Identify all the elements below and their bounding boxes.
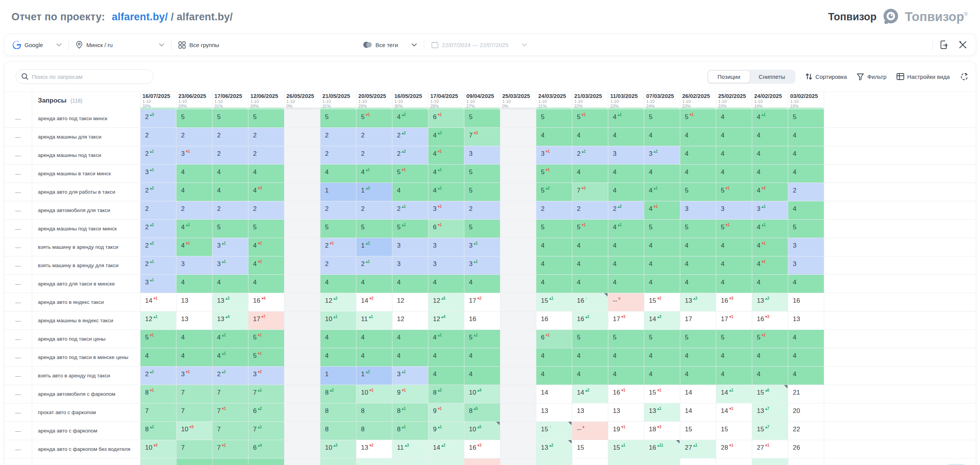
position-cell[interactable]: 5▾1	[572, 220, 608, 238]
position-cell[interactable]: 4	[608, 256, 644, 274]
position-cell[interactable]: 4	[572, 128, 608, 146]
position-cell[interactable]: 8	[320, 403, 356, 421]
position-cell[interactable]: 1	[320, 183, 356, 201]
position-cell[interactable]: 5	[176, 109, 212, 127]
position-cell[interactable]: 13▾2	[356, 440, 392, 458]
position-cell[interactable]: 3▴1	[464, 238, 500, 256]
position-cell[interactable]: 13	[788, 312, 824, 330]
position-cell[interactable]: 3	[788, 238, 824, 256]
position-cell[interactable]: 2	[356, 201, 392, 219]
position-cell[interactable]: 5	[464, 183, 500, 201]
position-cell[interactable]: 5▾1	[248, 330, 284, 348]
project-link[interactable]: alfarent.by/	[112, 11, 168, 23]
position-cell[interactable]: 5	[788, 109, 824, 127]
position-cell[interactable]: 4▾2	[248, 256, 284, 274]
date-column-header[interactable]: 24/02/20251-1019%	[752, 92, 788, 109]
position-cell[interactable]: 4	[716, 165, 752, 183]
position-cell[interactable]: 16▾3	[464, 440, 500, 458]
position-cell[interactable]: 4▾1	[752, 238, 788, 256]
position-cell[interactable]: 6▾1	[428, 220, 464, 238]
position-cell[interactable]: 2	[140, 128, 176, 146]
query-cell[interactable]: аренда машины в яндекс такси	[32, 312, 140, 330]
date-column-header[interactable]: 09/04/20251-1027%	[464, 92, 500, 109]
position-cell[interactable]: 5	[464, 220, 500, 238]
position-cell[interactable]: 5▾1	[248, 348, 284, 366]
position-cell[interactable]: 5	[644, 330, 680, 348]
position-cell[interactable]: 14▴2	[428, 440, 464, 458]
position-cell[interactable]: 4	[788, 201, 824, 219]
position-cell[interactable]: 4▴1	[644, 183, 680, 201]
position-cell[interactable]: 14	[536, 385, 572, 403]
position-cell[interactable]: 4	[608, 128, 644, 146]
position-cell[interactable]: 4	[788, 128, 824, 146]
position-cell[interactable]: 8▴2	[428, 385, 464, 403]
position-cell[interactable]: 2	[140, 201, 176, 219]
position-cell[interactable]: 3▴1	[644, 146, 680, 164]
position-cell[interactable]: 14▴3	[644, 312, 680, 330]
position-cell[interactable]: 5	[644, 109, 680, 127]
note-corner-marker[interactable]	[496, 422, 500, 425]
position-cell[interactable]: 3▾2	[248, 367, 284, 385]
position-cell[interactable]: 7▾3	[464, 128, 500, 146]
position-cell[interactable]: 13▴3	[752, 293, 788, 311]
position-cell[interactable]: 16↑	[572, 293, 608, 311]
position-cell[interactable]: 8▾1	[140, 385, 176, 403]
position-cell[interactable]: 4	[680, 128, 716, 146]
position-cell[interactable]: 2▴1	[140, 256, 176, 274]
row-handle-cell[interactable]: —	[4, 440, 32, 458]
position-cell[interactable]: 4▾3	[248, 183, 284, 201]
note-corner-marker[interactable]	[568, 440, 572, 444]
row-handle-cell[interactable]: —	[4, 128, 32, 146]
row-handle-cell[interactable]: —	[4, 385, 32, 403]
position-cell[interactable]: 5	[788, 220, 824, 238]
position-cell[interactable]: 12▴1	[140, 312, 176, 330]
position-cell[interactable]: 13▴7	[752, 403, 788, 421]
row-handle-cell[interactable]: —	[4, 165, 32, 183]
position-cell[interactable]: 9▾1	[428, 403, 464, 421]
date-column-header[interactable]: 11/03/20251-1023%	[608, 92, 644, 109]
position-cell[interactable]: 4	[680, 367, 716, 385]
position-cell[interactable]: 17▾3	[608, 312, 644, 330]
position-cell[interactable]: 5	[320, 109, 356, 127]
position-cell[interactable]: 4	[716, 256, 752, 274]
position-cell[interactable]: 4	[536, 128, 572, 146]
position-cell[interactable]: 14	[680, 403, 716, 421]
search-input[interactable]	[32, 73, 148, 80]
position-cell[interactable]: 13	[536, 403, 572, 421]
position-cell[interactable]: 3▴1	[752, 201, 788, 219]
position-cell[interactable]: 5	[644, 220, 680, 238]
position-cell[interactable]: 5	[320, 220, 356, 238]
row-handle-cell[interactable]: —	[4, 275, 32, 293]
position-cell[interactable]: 5▾1	[356, 109, 392, 127]
position-cell[interactable]: 4	[716, 275, 752, 293]
query-cell[interactable]: аренда машины под такси минск	[32, 220, 140, 238]
position-cell[interactable]: 21	[788, 385, 824, 403]
position-cell[interactable]: 3▾1	[176, 367, 212, 385]
position-cell[interactable]: 7▴1	[248, 385, 284, 403]
position-cell[interactable]: 4	[428, 367, 464, 385]
position-cell[interactable]: 16▾3	[752, 312, 788, 330]
position-cell[interactable]: 17	[680, 312, 716, 330]
position-cell[interactable]: 4	[572, 348, 608, 366]
position-cell[interactable]: 4	[464, 275, 500, 293]
query-cell[interactable]: аренда авто с фаркопом без водителя	[32, 440, 140, 458]
position-cell[interactable]: 4	[536, 238, 572, 256]
position-cell[interactable]: 6▾1	[536, 330, 572, 348]
position-cell[interactable]: 4	[248, 165, 284, 183]
position-cell[interactable]: 17▾2	[464, 293, 500, 311]
position-cell[interactable]: 5	[572, 330, 608, 348]
position-cell[interactable]: 3▴1	[392, 367, 428, 385]
position-cell[interactable]: 14▾1	[716, 403, 752, 421]
position-cell[interactable]: 4	[644, 128, 680, 146]
date-column-header[interactable]: 20/05/20251-1029%	[356, 92, 392, 109]
query-cell[interactable]: аренда авто в яндекс такси	[32, 293, 140, 311]
position-cell[interactable]: 7▾3	[572, 183, 608, 201]
refresh-cells-icon[interactable]	[960, 72, 968, 81]
position-cell[interactable]: 2▴1	[392, 201, 428, 219]
position-cell[interactable]: 26	[788, 440, 824, 458]
position-cell[interactable]: 5	[464, 109, 500, 127]
position-cell[interactable]: 4	[752, 367, 788, 385]
position-cell[interactable]: 3▾1	[428, 201, 464, 219]
query-cell[interactable]: взять машину в аренду для такси	[32, 256, 140, 274]
position-cell[interactable]: 4	[428, 348, 464, 366]
